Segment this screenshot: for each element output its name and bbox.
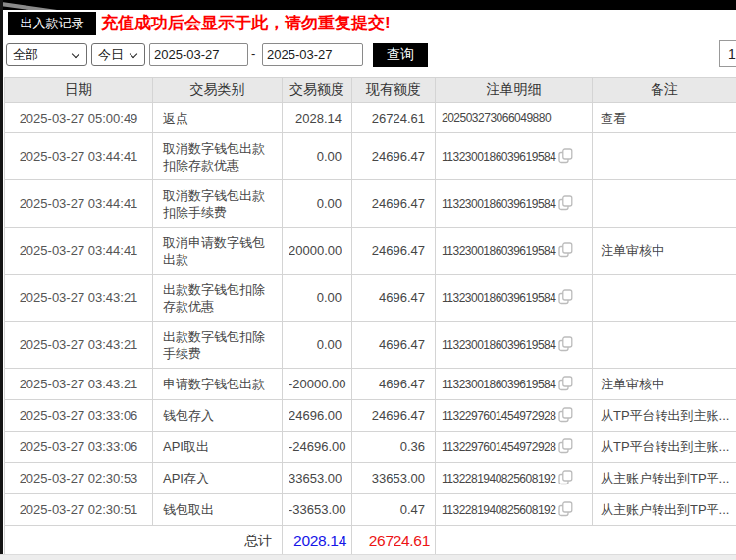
cell-amount: 0.00 xyxy=(283,180,352,228)
table-row: 2025-03-27 03:33:06 钱包存入 24696.00 24696.… xyxy=(5,400,736,432)
cell-type: 取消数字钱包出款扣除手续费 xyxy=(153,180,283,228)
cell-amount: 33653.00 xyxy=(283,463,352,494)
transactions-table: 日期 交易类别 交易额度 现有额度 注单明细 备注 2025-03-27 05:… xyxy=(4,77,736,557)
cell-detail: 1132300186039619584 xyxy=(436,322,593,369)
cell-type: 取消数字钱包出款扣除存款优惠 xyxy=(153,133,283,180)
cell-remark: 从主账户转出到TP平... xyxy=(593,494,736,526)
table-row: 2025-03-27 03:43:21 出款数字钱包扣除存款优惠 0.00 46… xyxy=(5,275,736,322)
page-number-input[interactable] xyxy=(719,40,736,67)
remark-text: 注单审核中 xyxy=(601,377,664,391)
cell-remark: 查看 xyxy=(593,103,736,133)
copy-icon[interactable] xyxy=(558,195,573,211)
recharge-warning-text: 充值成功后会显示于此，请勿重复提交! xyxy=(101,11,391,36)
cell-date: 2025-03-27 02:30:51 xyxy=(5,494,153,526)
bottom-gray-strip xyxy=(0,554,736,560)
date-separator: - xyxy=(251,46,255,61)
detail-number: 1132300186039619584 xyxy=(442,338,555,352)
query-button[interactable]: 查询 xyxy=(373,43,428,67)
cell-type: 取消申请数字钱包出款 xyxy=(153,228,283,275)
table-row: 2025-03-27 03:43:21 出款数字钱包扣除手续费 0.00 469… xyxy=(5,322,736,369)
cell-balance: 24696.47 xyxy=(352,180,436,228)
table-row: 2025-03-27 03:44:41 取消数字钱包出款扣除手续费 0.00 2… xyxy=(5,180,736,228)
copy-icon[interactable] xyxy=(558,407,573,423)
decorative-diagonal xyxy=(0,1,70,10)
col-header-balance: 现有额度 xyxy=(352,78,436,103)
table-row: 2025-03-27 03:44:41 取消申请数字钱包出款 20000.00 … xyxy=(5,228,736,275)
cell-amount: -20000.00 xyxy=(283,369,352,400)
detail-number: 1132300186039619584 xyxy=(442,197,555,211)
detail-number: 1132281940825608192 xyxy=(442,503,555,517)
cell-remark: 从TP平台转出到主账... xyxy=(593,432,736,463)
transaction-type-select[interactable]: 全部 xyxy=(6,43,87,66)
cell-balance: 24696.47 xyxy=(352,228,436,275)
copy-icon[interactable] xyxy=(558,289,573,305)
col-header-remark: 备注 xyxy=(593,78,736,103)
view-remark-link[interactable]: 查看 xyxy=(601,111,626,126)
cell-balance: 0.36 xyxy=(352,432,436,463)
cell-date: 2025-03-27 03:33:06 xyxy=(5,400,153,432)
cell-amount: -24696.00 xyxy=(283,432,352,463)
cell-type: 申请数字钱包出款 xyxy=(153,369,283,400)
cell-balance: 33653.00 xyxy=(352,463,436,494)
filter-bar: 全部 今日 - 查询 xyxy=(0,43,736,69)
date-from-input[interactable] xyxy=(149,43,248,66)
cell-detail: 1132281940825608192 xyxy=(436,494,593,526)
cell-remark xyxy=(593,275,736,322)
detail-number: 202503273066049880 xyxy=(442,111,551,125)
cell-date: 2025-03-27 03:43:21 xyxy=(5,275,153,322)
remark-text: 从主账户转出到TP平... xyxy=(601,471,729,485)
copy-icon[interactable] xyxy=(558,336,573,352)
cell-amount: 0.00 xyxy=(283,275,352,322)
cell-amount: 20000.00 xyxy=(283,228,352,275)
header-row: 日期 交易类别 交易额度 现有额度 注单明细 备注 xyxy=(5,78,736,103)
totals-empty-cell xyxy=(436,526,736,557)
detail-number: 1132281940825608192 xyxy=(442,472,555,485)
cell-remark: 注单审核中 xyxy=(593,228,736,275)
col-header-date: 日期 xyxy=(5,78,153,103)
cell-date: 2025-03-27 03:44:41 xyxy=(5,228,153,275)
table-row: 2025-03-27 02:30:51 钱包取出 -33653.00 0.47 … xyxy=(5,494,736,526)
cell-balance: 4696.47 xyxy=(352,369,436,400)
copy-icon[interactable] xyxy=(558,470,573,485)
deposit-withdraw-records-tab[interactable]: 出入款记录 xyxy=(8,12,96,35)
table-row: 2025-03-27 03:43:21 申请数字钱包出款 -20000.00 4… xyxy=(5,369,736,400)
cell-date: 2025-03-27 03:33:06 xyxy=(5,432,153,463)
copy-icon[interactable] xyxy=(558,148,573,164)
detail-number: 1132297601454972928 xyxy=(442,440,555,454)
cell-date: 2025-03-27 03:43:21 xyxy=(5,369,153,400)
cell-date: 2025-03-27 03:43:21 xyxy=(5,322,153,369)
col-header-detail: 注单明细 xyxy=(436,78,593,103)
cell-balance: 24696.47 xyxy=(352,400,436,432)
cell-detail: 1132297601454972928 xyxy=(436,432,593,463)
copy-icon[interactable] xyxy=(558,438,573,454)
detail-number: 1132300186039619584 xyxy=(442,291,555,305)
detail-number: 1132300186039619584 xyxy=(442,150,555,164)
cell-detail: 1132300186039619584 xyxy=(436,228,593,275)
cell-remark xyxy=(593,322,736,369)
copy-icon[interactable] xyxy=(558,242,573,258)
cell-type: API取出 xyxy=(153,432,283,463)
cell-balance: 4696.47 xyxy=(352,322,436,369)
date-to-input[interactable] xyxy=(262,43,363,66)
copy-icon[interactable] xyxy=(558,501,573,517)
table-row: 2025-03-27 05:00:49 返点 2028.14 26724.61 … xyxy=(5,103,736,133)
remark-text: 注单审核中 xyxy=(601,243,664,258)
transactions-table-wrap: 日期 交易类别 交易额度 现有额度 注单明细 备注 2025-03-27 05:… xyxy=(4,77,736,557)
detail-number: 1132297601454972928 xyxy=(442,409,555,423)
chevron-down-icon xyxy=(72,50,79,58)
cell-amount: 2028.14 xyxy=(283,103,352,133)
remark-text: 从主账户转出到TP平... xyxy=(601,502,729,517)
cell-remark xyxy=(593,180,736,228)
cell-date: 2025-03-27 05:00:49 xyxy=(5,103,153,133)
date-range-select[interactable]: 今日 xyxy=(91,43,145,66)
cell-remark xyxy=(593,133,736,180)
transactions-page: { "page": { "tab_label": "出入款记录", "warni… xyxy=(0,0,736,560)
cell-type: 返点 xyxy=(153,103,283,133)
cell-type: 钱包存入 xyxy=(153,400,283,432)
col-header-amount: 交易额度 xyxy=(283,78,352,103)
cell-amount: 24696.00 xyxy=(283,400,352,432)
remark-text: 从TP平台转出到主账... xyxy=(601,408,729,423)
copy-icon[interactable] xyxy=(558,376,573,391)
cell-balance: 26724.61 xyxy=(352,103,436,133)
table-row: 2025-03-27 03:33:06 API取出 -24696.00 0.36… xyxy=(5,432,736,463)
